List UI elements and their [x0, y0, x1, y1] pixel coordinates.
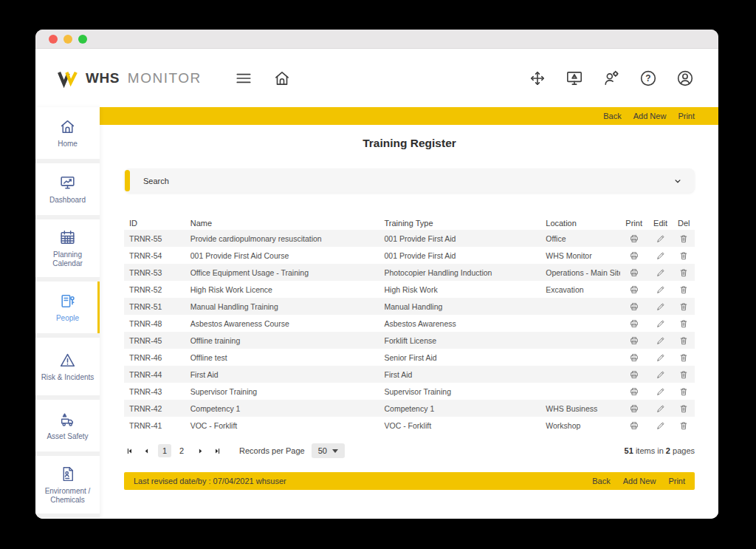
- delete-row-button[interactable]: [678, 369, 689, 380]
- print-link[interactable]: Print: [678, 112, 695, 120]
- hamburger-icon[interactable]: [234, 69, 253, 88]
- print-row-button[interactable]: [629, 250, 639, 261]
- add-new-link[interactable]: Add New: [623, 477, 656, 485]
- footer-status-bar: Last revised date/by : 07/04/2021 whsuse…: [124, 472, 695, 490]
- edit-row-button[interactable]: [656, 318, 666, 329]
- edit-row-button[interactable]: [656, 420, 666, 431]
- cell-training-type: Senior First Aid: [379, 353, 541, 362]
- cell-training-type: First Aid: [379, 370, 541, 379]
- cell-trash: [673, 352, 695, 363]
- first-page-button[interactable]: [124, 446, 134, 456]
- sidebar-item-label: Asset Safety: [47, 432, 88, 442]
- close-window-button[interactable]: [49, 35, 58, 44]
- print-row-button[interactable]: [629, 267, 639, 278]
- cell-pencil: [648, 267, 673, 278]
- edit-row-button[interactable]: [656, 284, 666, 295]
- cell-pencil: [648, 352, 673, 363]
- print-row-button[interactable]: [629, 386, 639, 397]
- delete-row-button[interactable]: [678, 403, 689, 414]
- sidebar-item-home[interactable]: Home: [35, 107, 100, 159]
- sidebar-item-planning-calendar[interactable]: Planning Calendar: [35, 219, 100, 277]
- cell-trash: [673, 250, 695, 261]
- account-icon[interactable]: [676, 69, 695, 88]
- table-row: TRNR-51Manual Handling TrainingManual Ha…: [124, 298, 695, 315]
- cell-trash: [673, 318, 695, 329]
- print-row-button[interactable]: [629, 352, 639, 363]
- edit-row-button[interactable]: [656, 335, 666, 346]
- sidebar-item-label: Planning Calendar: [38, 250, 97, 269]
- page-number-2[interactable]: 2: [175, 444, 188, 457]
- edit-row-button[interactable]: [656, 267, 666, 278]
- print-row-button[interactable]: [629, 318, 639, 329]
- print-row-button[interactable]: [629, 284, 639, 295]
- edit-row-button[interactable]: [656, 301, 666, 312]
- chevron-down-icon[interactable]: [673, 176, 683, 186]
- table-row: TRNR-46Offline testSenior First Aid: [124, 349, 695, 366]
- delete-row-button[interactable]: [678, 386, 689, 397]
- delete-row-button[interactable]: [678, 420, 689, 431]
- cell-location: Office: [540, 234, 619, 243]
- column-header-del: Del: [673, 219, 695, 228]
- sidebar-item-label: Dashboard: [49, 196, 86, 205]
- whs-monitor-logo: WHSMONITOR: [55, 69, 202, 88]
- planning-calendar-icon: [58, 228, 77, 247]
- delete-row-button[interactable]: [678, 233, 689, 244]
- monitor-alert-icon[interactable]: [565, 69, 584, 88]
- cell-trash: [673, 233, 695, 244]
- print-row-button[interactable]: [629, 301, 639, 312]
- move-icon[interactable]: [528, 69, 547, 88]
- add-new-link[interactable]: Add New: [633, 112, 667, 120]
- print-row-button[interactable]: [629, 420, 639, 431]
- next-page-button[interactable]: [195, 446, 205, 456]
- home-icon: [58, 117, 77, 136]
- print-row-button[interactable]: [629, 369, 639, 380]
- sidebar-item-dashboard[interactable]: Dashboard: [35, 163, 100, 215]
- search-accordion[interactable]: Search: [124, 168, 695, 193]
- back-link[interactable]: Back: [592, 477, 610, 485]
- cell-printer: [620, 250, 648, 261]
- delete-row-button[interactable]: [678, 352, 689, 363]
- last-page-button[interactable]: [212, 446, 222, 456]
- environment-chemicals-icon: [58, 465, 77, 483]
- maximize-window-button[interactable]: [78, 35, 87, 44]
- records-per-page-select[interactable]: 50: [312, 443, 345, 458]
- delete-row-button[interactable]: [678, 267, 689, 278]
- print-row-button[interactable]: [629, 233, 639, 244]
- page-content: Training Register Search ID Name Trainin…: [100, 125, 718, 519]
- back-link[interactable]: Back: [603, 112, 621, 120]
- table-row: TRNR-44First AidFirst Aid: [124, 366, 695, 383]
- sidebar-item-asset-safety[interactable]: Asset Safety: [35, 400, 100, 451]
- search-accent-bar: [125, 170, 130, 191]
- edit-row-button[interactable]: [656, 233, 666, 244]
- sidebar-item-people[interactable]: People: [35, 282, 100, 333]
- home-icon[interactable]: [272, 69, 292, 88]
- delete-row-button[interactable]: [678, 250, 689, 261]
- print-row-button[interactable]: [629, 335, 639, 346]
- cell-id: TRNR-51: [124, 302, 185, 311]
- sidebar-item-environment-chemicals[interactable]: Environment / Chemicals: [35, 456, 100, 514]
- delete-row-button[interactable]: [678, 335, 689, 346]
- print-link[interactable]: Print: [668, 477, 685, 485]
- edit-row-button[interactable]: [656, 403, 666, 414]
- previous-page-button[interactable]: [141, 446, 151, 456]
- delete-row-button[interactable]: [678, 318, 689, 329]
- edit-row-button[interactable]: [656, 352, 666, 363]
- cell-name: VOC - Forklift: [185, 421, 379, 430]
- cell-printer: [620, 335, 648, 346]
- delete-row-button[interactable]: [678, 284, 689, 295]
- user-settings-icon[interactable]: [602, 69, 621, 88]
- sidebar-item-risk-incidents[interactable]: Risk & Incidents: [35, 338, 100, 395]
- delete-row-button[interactable]: [678, 301, 689, 312]
- print-row-button[interactable]: [629, 403, 639, 414]
- cell-trash: [673, 335, 695, 346]
- cell-name: Offline training: [185, 336, 379, 345]
- sidebar-item-label: People: [56, 314, 79, 324]
- cell-id: TRNR-45: [124, 336, 185, 345]
- help-icon[interactable]: [639, 69, 658, 88]
- edit-row-button[interactable]: [656, 386, 666, 397]
- minimize-window-button[interactable]: [63, 35, 72, 44]
- page-number-1[interactable]: 1: [158, 444, 171, 457]
- cell-pencil: [648, 250, 673, 261]
- edit-row-button[interactable]: [656, 369, 666, 380]
- edit-row-button[interactable]: [656, 250, 666, 261]
